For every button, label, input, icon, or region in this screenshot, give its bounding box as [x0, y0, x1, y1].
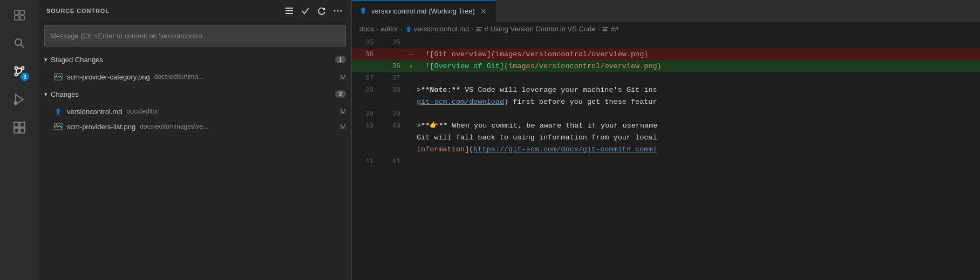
breadcrumb-section: # Using Version Control in VS Code [476, 25, 596, 33]
svg-rect-29 [476, 29, 480, 30]
changes-chevron: ▾ [44, 91, 47, 98]
changed-file-scm-providers-list[interactable]: scm-providers-list.png docs\editor\image… [39, 119, 351, 134]
svg-rect-13 [14, 128, 19, 133]
svg-rect-14 [20, 128, 25, 133]
line-40-cont2: information](https://git-scm.com/docs/gi… [352, 144, 980, 156]
changed-status-2: M [340, 123, 346, 131]
svg-rect-12 [20, 122, 25, 127]
breadcrumb-sep-2: › [400, 25, 403, 33]
editor-tabs: versioncontrol.md (Working Tree) ✕ [352, 0, 980, 22]
svg-rect-15 [285, 8, 293, 9]
svg-rect-17 [285, 13, 293, 14]
svg-marker-27 [406, 26, 411, 32]
svg-rect-16 [285, 10, 293, 11]
svg-point-6 [15, 67, 18, 70]
line-39: 39 39 [352, 108, 980, 120]
svg-point-4 [15, 39, 22, 45]
line-36-added: 36 + ![Overview of Git](images/versionco… [352, 61, 980, 72]
line-38: 38 38 >**Note:** VS Code will leverage y… [352, 84, 980, 96]
changed-filepath-1: docs\editor [127, 108, 336, 115]
svg-rect-2 [15, 16, 19, 20]
tab-close-button[interactable]: ✕ [479, 6, 488, 17]
breadcrumb-versioncontrol: versioncontrol.md [405, 25, 469, 33]
search-icon[interactable] [6, 30, 32, 56]
changes-label: Changes [51, 90, 79, 98]
commit-check-icon[interactable] [300, 5, 311, 17]
svg-point-8 [15, 74, 18, 76]
tab-title: versioncontrol.md (Working Tree) [371, 7, 475, 15]
staged-changes-chevron: ▾ [44, 56, 47, 63]
svg-point-19 [337, 10, 339, 12]
svg-point-18 [334, 10, 336, 12]
editor-tab-versioncontrol[interactable]: versioncontrol.md (Working Tree) ✕ [352, 0, 496, 22]
activity-bar: 3 [0, 0, 39, 280]
breadcrumb-subsection: ## [602, 25, 618, 33]
image-file-icon-2 [54, 122, 63, 131]
more-actions-icon[interactable] [332, 5, 344, 17]
svg-rect-11 [14, 122, 19, 127]
changes-count: 2 [335, 90, 346, 98]
breadcrumb-editor: editor [381, 25, 399, 33]
svg-point-22 [56, 75, 58, 76]
panel-title: SOURCE CONTROL [46, 8, 110, 14]
svg-rect-0 [15, 10, 19, 15]
list-icon[interactable] [283, 5, 295, 17]
svg-point-25 [56, 124, 58, 126]
explorer-icon[interactable] [6, 2, 32, 28]
breadcrumb-sep-4: › [598, 25, 600, 33]
svg-rect-28 [476, 27, 482, 28]
svg-point-20 [341, 10, 342, 12]
staged-status-1: M [340, 73, 346, 81]
changed-filename-2: scm-providers-list.png [67, 123, 135, 131]
panel-header: SOURCE CONTROL [39, 0, 351, 22]
svg-rect-33 [603, 30, 608, 31]
svg-marker-26 [360, 7, 366, 14]
svg-marker-23 [56, 108, 61, 115]
source-control-panel: SOURCE CONTROL [39, 0, 352, 280]
svg-line-5 [21, 45, 24, 48]
commit-placeholder: Message (Ctrl+Enter to commit on 'versio… [50, 32, 208, 40]
changes-title-group: ▾ Changes [44, 90, 79, 98]
staged-changes-title-group: ▾ Staged Changes [44, 56, 103, 64]
staged-changes-label: Staged Changes [51, 56, 103, 64]
line-37: 37 37 [352, 72, 980, 84]
line-36-deleted: 36 — ![Git overview](images/versioncontr… [352, 49, 980, 61]
svg-rect-31 [603, 27, 609, 28]
staged-changes-count: 1 [335, 56, 346, 63]
run-icon[interactable] [6, 86, 32, 112]
editor-content[interactable]: 35 35 36 — ![Git overview](images/versio… [352, 37, 980, 280]
staged-file-scm-provider-category[interactable]: scm-provider-category.png docs\editor\im… [39, 69, 351, 84]
changed-filename-1: versioncontrol.md [67, 108, 122, 116]
changed-filepath-2: docs\editor\images\ve... [140, 123, 336, 130]
line-35: 35 35 [352, 37, 980, 49]
staged-filename-1: scm-provider-category.png [67, 73, 150, 81]
editor-area: versioncontrol.md (Working Tree) ✕ docs … [352, 0, 980, 280]
line-38-cont: git-scm.com/download) first before you g… [352, 96, 980, 108]
svg-rect-1 [20, 10, 24, 15]
tab-file-icon [359, 6, 367, 16]
line-40-cont1: Git will fall back to using information … [352, 132, 980, 144]
svg-rect-30 [476, 30, 481, 31]
svg-rect-3 [20, 16, 24, 20]
code-lines: 35 35 36 — ![Git overview](images/versio… [352, 37, 980, 280]
extensions-icon[interactable] [6, 115, 32, 141]
source-control-badge: 3 [21, 72, 29, 81]
staged-changes-section-header[interactable]: ▾ Staged Changes 1 [39, 50, 351, 69]
svg-rect-32 [603, 29, 607, 30]
refresh-icon[interactable] [316, 5, 328, 17]
breadcrumb-docs: docs [359, 25, 374, 33]
image-file-icon [54, 72, 63, 81]
line-41: 41 41 [352, 156, 980, 168]
line-40: 40 40 >**👉** When you commit, be aware t… [352, 120, 980, 132]
breadcrumb: docs › editor › versioncontrol.md › # Us… [352, 22, 980, 37]
breadcrumb-sep-3: › [471, 25, 473, 33]
commit-message-input[interactable]: Message (Ctrl+Enter to commit on 'versio… [44, 25, 346, 46]
panel-actions [283, 5, 344, 17]
changed-status-1: M [340, 108, 346, 116]
source-control-icon[interactable]: 3 [6, 58, 32, 84]
breadcrumb-sep-1: › [376, 25, 378, 33]
arrow-down-file-icon [54, 107, 63, 116]
staged-filepath-1: docs\editor\ima... [154, 73, 336, 81]
changes-section-header[interactable]: ▾ Changes 2 [39, 84, 351, 104]
changed-file-versioncontrol[interactable]: versioncontrol.md docs\editor M [39, 104, 351, 119]
